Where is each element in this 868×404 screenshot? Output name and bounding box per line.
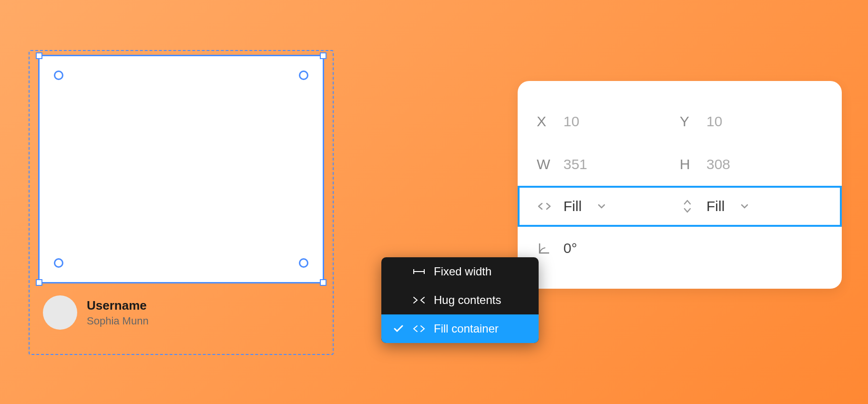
sizing-dropdown-menu: Fixed width Hug contents Fill container (381, 257, 539, 343)
properties-panel: X 10 Y 10 W 351 H 308 Fill (518, 81, 842, 289)
y-position-field[interactable]: Y 10 (680, 113, 823, 130)
width-field[interactable]: W 351 (537, 156, 680, 172)
user-info-row: Username Sophia Munn (43, 295, 149, 330)
resize-handle-top-right[interactable] (320, 52, 327, 59)
position-row: X 10 Y 10 (518, 100, 842, 143)
height-field[interactable]: H 308 (680, 156, 823, 172)
user-text-block: Username Sophia Munn (87, 298, 149, 327)
height-sizing-dropdown[interactable]: Fill (680, 198, 823, 214)
avatar (43, 295, 77, 330)
selected-frame[interactable] (38, 55, 324, 283)
rotation-value: 0° (563, 240, 577, 256)
vertical-fill-icon (680, 199, 695, 214)
x-value: 10 (563, 113, 579, 130)
sizing-mode-row: Fill Fill (518, 186, 842, 227)
check-icon (393, 325, 404, 333)
corner-radius-handle-top-right[interactable] (299, 71, 308, 80)
h-value: 308 (706, 156, 730, 172)
username-heading: Username (87, 298, 149, 313)
y-value: 10 (706, 113, 722, 130)
resize-handle-bottom-left[interactable] (36, 279, 42, 286)
width-sizing-dropdown[interactable]: Fill (537, 198, 680, 214)
fixed-width-icon (413, 268, 425, 275)
dropdown-item-label: Hug contents (434, 293, 501, 307)
rotation-field[interactable]: 0° (537, 240, 680, 256)
dropdown-item-fixed-width[interactable]: Fixed width (381, 257, 539, 286)
username-value: Sophia Munn (87, 315, 149, 327)
hug-contents-icon (413, 296, 425, 304)
dropdown-item-fill-container[interactable]: Fill container (381, 314, 539, 343)
w-value: 351 (563, 156, 587, 172)
corner-radius-handle-bottom-right[interactable] (299, 258, 308, 268)
size-row: W 351 H 308 (518, 143, 842, 186)
x-label: X (537, 113, 552, 130)
w-label: W (537, 156, 552, 172)
fill-container-icon (413, 325, 425, 333)
corner-radius-handle-bottom-left[interactable] (54, 258, 63, 268)
width-sizing-value: Fill (563, 198, 582, 214)
dropdown-item-label: Fill container (434, 322, 499, 335)
dropdown-item-hug-contents[interactable]: Hug contents (381, 286, 539, 314)
dropdown-item-label: Fixed width (434, 265, 491, 278)
resize-handle-top-left[interactable] (36, 52, 42, 59)
height-sizing-value: Fill (706, 198, 725, 214)
horizontal-fill-icon (537, 199, 552, 214)
corner-radius-handle-top-left[interactable] (54, 71, 63, 80)
chevron-down-icon (741, 204, 748, 209)
y-label: Y (680, 113, 695, 130)
resize-handle-bottom-right[interactable] (320, 279, 327, 286)
chevron-down-icon (598, 204, 605, 209)
angle-icon (537, 241, 552, 256)
rotation-row: 0° (518, 227, 842, 270)
x-position-field[interactable]: X 10 (537, 113, 680, 130)
h-label: H (680, 156, 695, 172)
